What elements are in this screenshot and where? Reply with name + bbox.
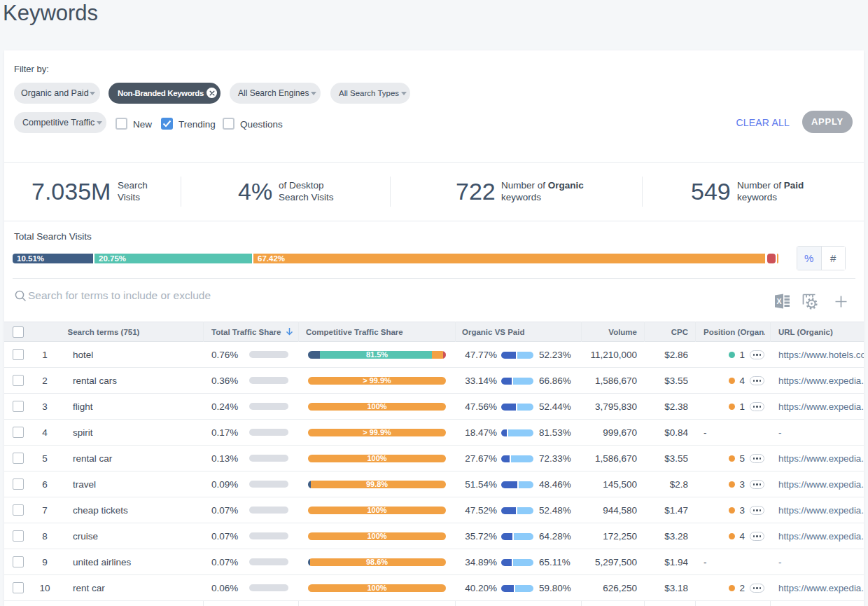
- svg-text:X: X: [776, 297, 781, 305]
